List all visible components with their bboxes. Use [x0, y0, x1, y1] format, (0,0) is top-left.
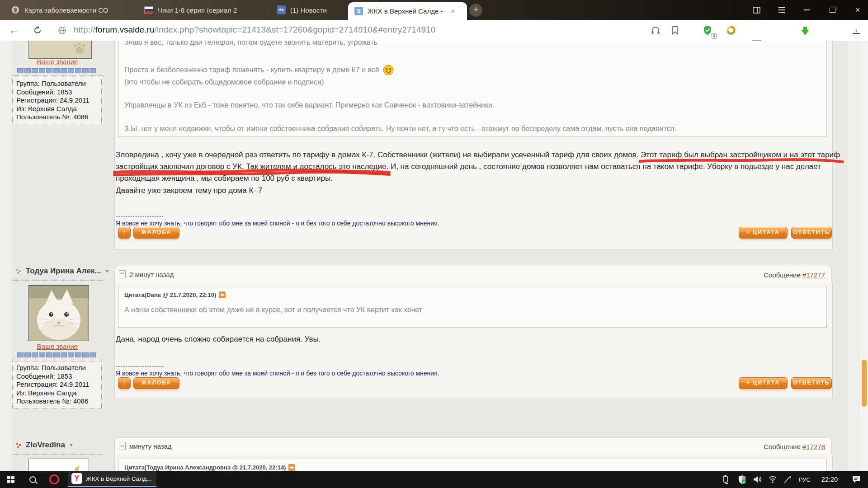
tab-news[interactable]: ВК (1) Новости [270, 0, 353, 20]
report-up-button[interactable]: ↑ [118, 227, 131, 239]
chevron-down-icon[interactable]: ▼ [104, 268, 109, 274]
wifi-icon[interactable] [765, 471, 780, 488]
menu-icon[interactable] [771, 0, 792, 20]
tab-title: Чики 1-8 серия (сериал 2 [158, 6, 237, 14]
complaint-button[interactable]: жалоба [133, 377, 179, 389]
url-domain: forum.vsalde.ru [95, 25, 155, 34]
complaint-button[interactable]: жалоба [133, 227, 179, 239]
red-marked-text: застройщик заключил договор с УК. Так жи… [116, 162, 388, 171]
close-tab-icon[interactable]: × [451, 7, 455, 15]
quote-text: З.Ы. нет у меня недвижки, чтобы от имени… [124, 125, 481, 132]
volume-icon[interactable] [750, 471, 765, 488]
user-messages: Сообщений: 1853 [16, 88, 98, 97]
refresh-button[interactable] [30, 23, 45, 38]
bookmark-flag-icon[interactable] [668, 23, 682, 38]
restore-window-button[interactable] [822, 0, 843, 20]
site-globe-icon [54, 23, 70, 38]
adblock-shield-icon[interactable]: 1 [700, 23, 715, 38]
quote-box: Знаю я вас, только дай телефон, потом бу… [118, 41, 827, 136]
user-group: Группа: Пользователи [16, 80, 98, 88]
browser-tab-bar: Карта заболеваемости СО Чики 1-8 серия (… [0, 0, 868, 20]
sidebar-panel-icon[interactable] [746, 0, 767, 20]
opera-icon[interactable] [43, 471, 65, 488]
quote-button[interactable]: + цитата [739, 227, 788, 239]
quote-button[interactable]: + цитата [739, 377, 788, 389]
report-up-button[interactable]: ↑ [118, 377, 131, 389]
user-location: Из: Верхняя Салда [16, 105, 98, 113]
scrollbar[interactable] [860, 41, 868, 471]
notification-center-icon[interactable] [847, 471, 865, 488]
downloads-icon[interactable]: ↓ [849, 23, 863, 38]
rank-pips [17, 352, 97, 357]
paper-icon [119, 442, 126, 450]
taskbar-search-button[interactable] [22, 471, 43, 488]
reply-button[interactable]: ответить [791, 377, 832, 389]
savefrom-arrow-icon[interactable] [798, 25, 812, 40]
tab-title: Карта заболеваемости СО [24, 6, 108, 14]
tab-forum-active[interactable]: 5 ЖКХ в Верхней Салде - × [348, 2, 467, 20]
rank-link[interactable]: Ваше звание [12, 58, 103, 66]
quote-header-text: Цитата(Dana @ 21.7.2020, 22:10) [124, 291, 216, 298]
language-indicator[interactable]: РУС [795, 471, 815, 488]
new-tab-button[interactable]: + [469, 4, 482, 17]
post-time: 2 минут назад [119, 270, 174, 278]
usb-icon[interactable] [718, 471, 733, 488]
post-time: минуту назад [119, 442, 172, 450]
active-app-taskbar-button[interactable]: Y ЖКХ в Верхней Салд... [68, 471, 156, 487]
url-bar[interactable]: http://forum.vsalde.ru/index.php?showtop… [74, 25, 435, 35]
forum-favicon: 5 [354, 7, 363, 15]
scrollbar-thumb[interactable] [862, 360, 867, 407]
back-button[interactable]: ← [6, 23, 22, 38]
russia-flag-icon [144, 5, 153, 14]
message-label: Сообщение [764, 443, 801, 450]
message-number-link[interactable]: #17278 [802, 443, 825, 450]
quote-line: Управленцы в УК из Екб - тоже понятно, ч… [124, 101, 494, 109]
pen-icon[interactable] [779, 471, 795, 488]
quote-text: Просто и безболезненно тариф поменять - … [124, 66, 379, 74]
close-window-button[interactable]: × [847, 0, 868, 20]
minimize-button[interactable] [797, 0, 817, 20]
divider [12, 280, 104, 281]
chevron-down-icon[interactable]: ▼ [69, 442, 74, 448]
signature-divider: -------------------- [116, 362, 164, 369]
start-button[interactable] [0, 471, 22, 488]
quote-jump-icon[interactable]: ⬅ [219, 291, 226, 298]
divider [12, 454, 104, 455]
time-text: минуту назад [129, 442, 172, 450]
quote-line: (это чтобы не собирать общедомовое собра… [124, 78, 324, 86]
extension-ring-icon[interactable] [724, 23, 738, 38]
quote-box: Цитата(Тодуа Ирина Александровна @ 21.7.… [118, 459, 827, 471]
tab-series[interactable]: Чики 1-8 серия (сериал 2 [138, 0, 277, 20]
url-path: /index.php?showtopic=21413&st=17260&gopi… [154, 25, 435, 34]
message-ref: Сообщение #17278 [764, 443, 825, 450]
avatar [28, 41, 92, 59]
message-label: Сообщение [764, 271, 801, 279]
user-location: Из: Верхняя Салда [16, 389, 98, 398]
headphones-icon[interactable] [648, 23, 663, 38]
quote-line: Знаю я вас, только дай телефон, потом бу… [124, 41, 377, 47]
message-number-link[interactable]: #17277 [802, 271, 825, 279]
quote-text: сама отдам, пусть она подавится. [561, 125, 676, 132]
crest-favicon-icon [11, 5, 20, 14]
avatar [28, 459, 89, 471]
post-author[interactable]: Тодуа Ирина Алек... ▼ [16, 267, 109, 276]
tab-separator [268, 5, 268, 14]
clock[interactable]: 22:20 [816, 471, 843, 488]
member-status-icon [16, 268, 22, 274]
quote-jump-icon[interactable]: ⬅ [288, 464, 295, 471]
post-author[interactable]: ZloVredina ▼ [16, 441, 74, 450]
struck-text: отожмут по беспределу [481, 125, 561, 132]
quote-header-text: Цитата(Тодуа Ирина Александровна @ 21.7.… [124, 464, 286, 471]
signature-text: Я вовсе не хочу знать, что говорят обо м… [116, 220, 439, 227]
post-header [114, 266, 832, 283]
quote-header: Цитата(Dana @ 21.7.2020, 22:10) ⬅ [124, 291, 226, 298]
rank-link[interactable]: Ваше звание [12, 343, 103, 350]
post-body-line: застройщик заключил договор с УК. Так жи… [116, 162, 821, 171]
quote-header: Цитата(Тодуа Ирина Александровна @ 21.7.… [124, 464, 295, 471]
tab-disease-map[interactable]: Карта заболеваемости СО [5, 0, 146, 20]
defender-shield-icon[interactable] [734, 471, 750, 488]
body-text: Зловредина , хочу уже в очередной раз от… [116, 150, 641, 159]
tab-separator [136, 5, 136, 14]
reply-button[interactable]: ответить [791, 227, 832, 239]
tab-title: (1) Новости [290, 6, 327, 14]
